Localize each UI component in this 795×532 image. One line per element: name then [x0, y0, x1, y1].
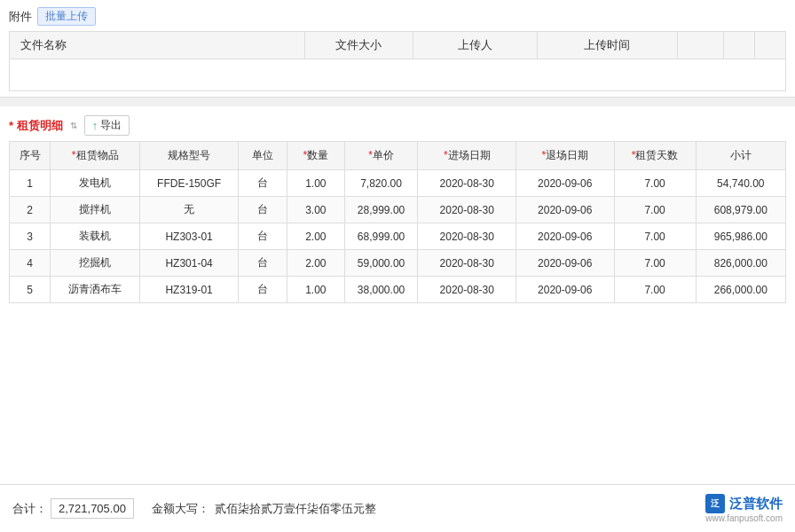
cell-spec: FFDE-150GF: [140, 170, 239, 197]
cell-item: 装载机: [51, 223, 140, 250]
logo-area: 泛 泛普软件 www.fanpusoft.com: [705, 494, 783, 523]
cell-seq: 3: [10, 223, 51, 250]
cell-days: 7.00: [614, 223, 696, 250]
col-item: *租赁物品: [51, 142, 140, 170]
col-spec: 规格型号: [140, 142, 239, 170]
cell-price: 7,820.00: [344, 170, 418, 197]
cell-subtotal: 965,986.00: [696, 223, 785, 250]
cell-qty: 1.00: [287, 170, 344, 197]
cell-price: 38,000.00: [344, 277, 418, 303]
col-qty: *数量: [287, 142, 344, 170]
cell-qty: 1.00: [287, 277, 344, 303]
export-label: 导出: [100, 118, 122, 133]
cell-spec: 无: [140, 197, 239, 223]
attachment-section: 附件 批量上传 文件名称 文件大小 上传人 上传时间: [0, 0, 795, 98]
cell-exit_date: 2020-09-06: [516, 277, 615, 303]
cell-exit_date: 2020-09-06: [516, 250, 615, 277]
cell-subtotal: 266,000.00: [696, 277, 785, 303]
cell-subtotal: 826,000.00: [696, 250, 785, 277]
cell-seq: 4: [10, 250, 51, 277]
table-row: 3装载机HZ303-01台2.0068,999.002020-08-302020…: [10, 223, 786, 250]
cell-price: 59,000.00: [344, 250, 418, 277]
rental-header: 租赁明细 ⇅ ↑ 导出: [9, 115, 786, 136]
attach-col-filename: 文件名称: [10, 32, 305, 59]
cell-exit_date: 2020-09-06: [516, 170, 615, 197]
cell-unit: 台: [238, 223, 287, 250]
attach-col-op1: [677, 32, 724, 59]
col-unit: 单位: [238, 142, 287, 170]
cell-item: 搅拌机: [51, 197, 140, 223]
sort-icon[interactable]: ⇅: [70, 121, 77, 130]
attachment-label: 附件: [9, 9, 32, 25]
attachment-header: 附件 批量上传: [9, 7, 786, 26]
cell-unit: 台: [238, 277, 287, 303]
attach-col-op3: [755, 32, 786, 59]
cell-entry_date: 2020-08-30: [418, 170, 516, 197]
cell-seq: 1: [10, 170, 51, 197]
footer-total: 合计： 2,721,705.00: [12, 498, 134, 519]
col-seq: 序号: [10, 142, 51, 170]
logo-subtitle: www.fanpusoft.com: [705, 513, 783, 523]
cell-days: 7.00: [614, 277, 696, 303]
total-value: 2,721,705.00: [51, 498, 134, 519]
cell-subtotal: 608,979.00: [696, 197, 785, 223]
logo-text: 泛 泛普软件: [705, 494, 783, 513]
export-button[interactable]: ↑ 导出: [84, 115, 130, 136]
cell-price: 68,999.00: [344, 223, 418, 250]
cell-item: 挖掘机: [51, 250, 140, 277]
col-days: *租赁天数: [614, 142, 696, 170]
cell-qty: 3.00: [287, 197, 344, 223]
table-row: 2搅拌机无台3.0028,999.002020-08-302020-09-067…: [10, 197, 786, 223]
col-price: *单价: [344, 142, 418, 170]
cell-subtotal: 54,740.00: [696, 170, 785, 197]
footer-amount: 金额大写： 贰佰柒拾贰万壹仟柒佰零伍元整: [152, 501, 376, 517]
footer: 合计： 2,721,705.00 金额大写： 贰佰柒拾贰万壹仟柒佰零伍元整 泛 …: [0, 484, 795, 532]
table-row: 4挖掘机HZ301-04台2.0059,000.002020-08-302020…: [10, 250, 786, 277]
cell-unit: 台: [238, 170, 287, 197]
cell-price: 28,999.00: [344, 197, 418, 223]
attach-col-uploader: 上传人: [413, 32, 538, 59]
attach-row-empty: [10, 59, 786, 91]
attach-col-size: 文件大小: [304, 32, 413, 59]
rental-section: 租赁明细 ⇅ ↑ 导出 序号 *租赁物品 规格型号 单位 *数量 *单价 *进场…: [0, 106, 795, 484]
table-row: 5沥青洒布车HZ319-01台1.0038,000.002020-08-3020…: [10, 277, 786, 303]
rental-table: 序号 *租赁物品 规格型号 单位 *数量 *单价 *进场日期 *退场日期 *租赁…: [9, 141, 786, 303]
col-subtotal: 小计: [696, 142, 785, 170]
table-row: 1发电机FFDE-150GF台1.007,820.002020-08-30202…: [10, 170, 786, 197]
cell-days: 7.00: [614, 197, 696, 223]
cell-entry_date: 2020-08-30: [418, 250, 516, 277]
cell-exit_date: 2020-09-06: [516, 197, 615, 223]
cell-entry_date: 2020-08-30: [418, 197, 516, 223]
section-gap: [0, 98, 795, 106]
attachment-table: 文件名称 文件大小 上传人 上传时间: [9, 31, 786, 91]
cell-spec: HZ319-01: [140, 277, 239, 303]
attach-col-op2: [724, 32, 755, 59]
logo-icon: 泛: [705, 494, 725, 513]
amount-value: 贰佰柒拾贰万壹仟柒佰零伍元整: [215, 501, 376, 517]
cell-item: 沥青洒布车: [51, 277, 140, 303]
amount-label: 金额大写：: [152, 501, 209, 517]
export-icon: ↑: [92, 119, 98, 132]
col-entry-date: *进场日期: [418, 142, 516, 170]
cell-spec: HZ303-01: [140, 223, 239, 250]
cell-entry_date: 2020-08-30: [418, 223, 516, 250]
cell-unit: 台: [238, 250, 287, 277]
logo-name: 泛普软件: [729, 496, 783, 512]
cell-entry_date: 2020-08-30: [418, 277, 516, 303]
total-label: 合计：: [12, 501, 47, 517]
cell-spec: HZ301-04: [140, 250, 239, 277]
batch-upload-button[interactable]: 批量上传: [37, 7, 96, 26]
cell-days: 7.00: [614, 250, 696, 277]
col-exit-date: *退场日期: [516, 142, 615, 170]
cell-unit: 台: [238, 197, 287, 223]
cell-seq: 5: [10, 277, 51, 303]
cell-qty: 2.00: [287, 223, 344, 250]
cell-qty: 2.00: [287, 250, 344, 277]
cell-seq: 2: [10, 197, 51, 223]
attach-col-time: 上传时间: [538, 32, 678, 59]
cell-exit_date: 2020-09-06: [516, 223, 615, 250]
cell-item: 发电机: [51, 170, 140, 197]
cell-days: 7.00: [614, 170, 696, 197]
rental-title: 租赁明细: [9, 118, 63, 134]
